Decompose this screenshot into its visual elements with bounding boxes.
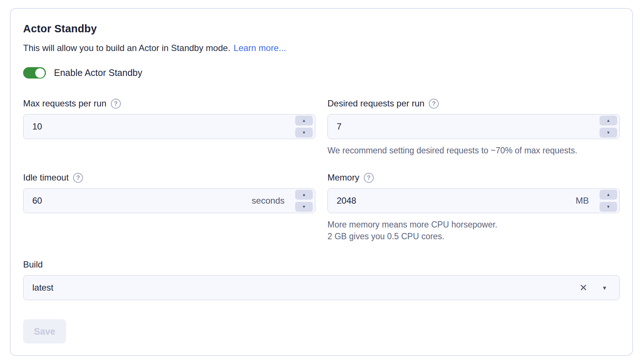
chevron-down-icon[interactable]: ▼ [602,285,607,291]
build-select-input[interactable] [23,275,620,300]
field-idle-timeout: Idle timeout ? seconds ▲ ▼ [23,172,315,213]
toggle-label: Enable Actor Standby [54,68,142,78]
save-button[interactable]: Save [23,319,66,343]
spinner-up-icon[interactable]: ▲ [600,190,617,200]
memory-helper-line2: 2 GB gives you 0.5 CPU cores. [327,230,620,242]
enable-standby-toggle[interactable] [23,67,46,79]
idle-timeout-input[interactable] [23,188,315,213]
desired-requests-input[interactable] [327,114,620,139]
field-build: Build ✕ ▼ [23,259,620,300]
toggle-knob-icon [35,68,45,78]
actor-standby-panel: Actor Standby This will allow you to bui… [10,8,633,356]
idle-timeout-label: Idle timeout [23,172,69,183]
memory-input[interactable] [327,188,620,213]
field-max-requests: Max requests per run ? ▲ ▼ [23,98,315,139]
spinner-down-icon[interactable]: ▼ [600,202,617,212]
help-icon[interactable]: ? [73,173,83,183]
spinner-up-icon[interactable]: ▲ [600,116,617,125]
panel-description: This will allow you to build an Actor in… [23,43,620,53]
learn-more-link[interactable]: Learn more... [233,43,286,53]
max-requests-input[interactable] [23,114,315,139]
description-text: This will allow you to build an Actor in… [23,43,230,53]
spinner-down-icon[interactable]: ▼ [295,202,313,212]
spinner-down-icon[interactable]: ▼ [295,128,313,138]
memory-helper-line1: More memory means more CPU horsepower. [327,219,620,230]
spinner-up-icon[interactable]: ▲ [295,116,313,125]
max-requests-label: Max requests per run [23,98,106,109]
help-icon[interactable]: ? [111,99,121,109]
clear-icon[interactable]: ✕ [579,283,587,292]
desired-requests-helper: We recommend setting desired requests to… [327,145,620,156]
help-icon[interactable]: ? [429,99,439,109]
spinner-down-icon[interactable]: ▼ [600,128,617,138]
spinner-up-icon[interactable]: ▲ [295,190,313,200]
fields-grid: Max requests per run ? ▲ ▼ Desired reque… [23,98,620,242]
help-icon[interactable]: ? [364,173,374,183]
build-label: Build [23,259,43,270]
memory-label: Memory [327,172,359,183]
field-desired-requests: Desired requests per run ? ▲ ▼ We recomm… [327,98,620,156]
field-memory: Memory ? MB ▲ ▼ More memory means more C… [327,172,620,242]
desired-requests-label: Desired requests per run [327,98,424,109]
enable-standby-row: Enable Actor Standby [23,67,620,79]
panel-title: Actor Standby [23,23,620,35]
